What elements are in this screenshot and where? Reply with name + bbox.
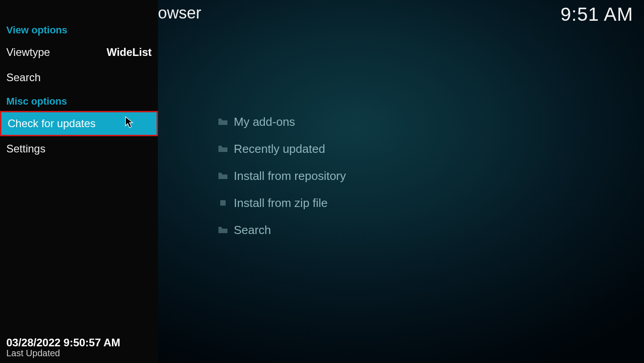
folder-icon (212, 172, 234, 179)
settings-row[interactable]: Settings (0, 136, 158, 161)
last-updated-caption: Last Updated (6, 348, 152, 358)
options-sidebar: View options Viewtype WideList Search Mi… (0, 0, 158, 363)
search-label: Search (6, 71, 41, 84)
svg-rect-0 (220, 200, 226, 206)
settings-label: Settings (6, 142, 46, 155)
list-item-label: Recently updated (234, 142, 325, 156)
check-for-updates-row[interactable]: Check for updates (0, 111, 158, 136)
check-for-updates-label: Check for updates (8, 117, 96, 130)
view-options-header: View options (0, 22, 158, 40)
viewtype-label: Viewtype (6, 46, 50, 59)
list-item-label: Search (234, 223, 271, 237)
clock: 9:51 AM (561, 4, 633, 25)
search-row[interactable]: Search (0, 65, 158, 90)
viewtype-row[interactable]: Viewtype WideList (0, 40, 158, 65)
list-item-search[interactable]: Search (212, 216, 626, 244)
list-item-install-from-zip[interactable]: Install from zip file (212, 189, 626, 216)
folder-icon (212, 145, 234, 152)
sidebar-footer: 03/28/2022 9:50:57 AM Last Updated (0, 336, 158, 363)
viewtype-value: WideList (107, 46, 152, 59)
folder-icon (212, 226, 234, 234)
breadcrumb-title: owser (158, 4, 201, 23)
list-item-recently-updated[interactable]: Recently updated (212, 135, 626, 162)
misc-options-header: Misc options (0, 93, 158, 111)
list-item-my-addons[interactable]: My add-ons (212, 108, 626, 135)
addon-browser-list: My add-ons Recently updated Install from… (212, 108, 626, 244)
folder-icon (212, 118, 234, 125)
list-item-label: Install from zip file (234, 196, 328, 210)
last-updated-timestamp: 03/28/2022 9:50:57 AM (6, 336, 152, 349)
sidebar-body: View options Viewtype WideList Search Mi… (0, 0, 158, 336)
zip-file-icon (212, 200, 234, 206)
list-item-label: Install from repository (234, 169, 346, 183)
list-item-install-from-repository[interactable]: Install from repository (212, 162, 626, 189)
list-item-label: My add-ons (234, 115, 295, 129)
